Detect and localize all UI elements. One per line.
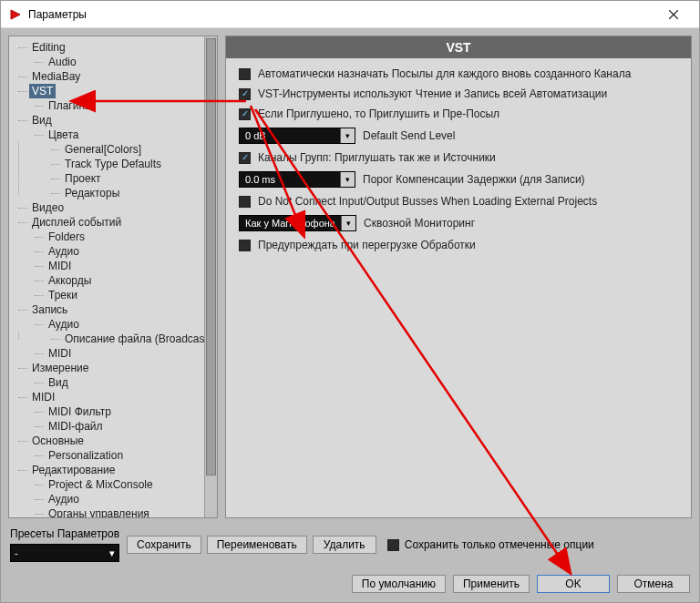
tree-item[interactable]: Folders — [31, 230, 215, 244]
app-logo-icon — [8, 7, 23, 22]
checkbox-vst-instruments[interactable] — [239, 88, 251, 100]
tree-item-label[interactable]: General[Colors] — [62, 142, 144, 157]
tree-item-label[interactable]: Редакторы — [62, 186, 122, 200]
tree-item[interactable]: Editing — [15, 40, 215, 55]
tree-item[interactable]: MIDI-файл — [31, 419, 215, 434]
tree-item-label[interactable]: Органы управления — [46, 506, 152, 518]
tree-item-label[interactable]: Вид — [46, 375, 71, 390]
ok-button[interactable]: OK — [537, 575, 610, 593]
tree-item-label[interactable]: Editing — [29, 40, 68, 55]
preset-save-button[interactable]: Сохранить — [127, 536, 201, 554]
tree-item[interactable]: Проект — [47, 171, 215, 186]
tree-item-label[interactable]: Track Type Defaults — [62, 157, 164, 171]
tree-item-label[interactable]: MediaBay — [29, 69, 83, 84]
tree-item-label[interactable]: Треки — [46, 288, 80, 302]
tree-scrollbar[interactable] — [204, 36, 217, 517]
tree-item-label[interactable]: Запись — [29, 302, 70, 317]
tree-item[interactable]: МIDI Фильтр — [31, 404, 215, 419]
checkbox-mute-presend[interactable] — [239, 108, 251, 120]
checkbox-save-marked-only[interactable] — [387, 539, 399, 551]
tree-item[interactable]: Плагины — [31, 98, 215, 113]
tree-item[interactable]: МIDI — [31, 259, 215, 273]
tree-item-label[interactable]: Аудио — [46, 244, 82, 259]
tree-item[interactable]: General[Colors] — [47, 142, 215, 157]
presets-select[interactable]: - ▾ — [10, 544, 119, 562]
tree-item[interactable]: Аккорды — [31, 273, 215, 288]
label-default-send-level: Default Send Level — [363, 129, 455, 142]
tree-item-label[interactable]: Плагины — [46, 98, 96, 113]
tree-item-label[interactable]: Audio — [46, 55, 79, 69]
tree-item[interactable]: Редакторы — [47, 186, 215, 200]
tree-item[interactable]: Измерение — [15, 361, 215, 375]
detail-pane: VST Автоматически назначать Посылы для к… — [225, 36, 692, 518]
combo-monitoring[interactable]: Как у Магнитофона ▾ — [239, 215, 356, 231]
tree-item[interactable]: Описание файла (Broadcast) — [47, 332, 215, 346]
tree-scrollbar-thumb[interactable] — [206, 38, 216, 475]
tree-item-label[interactable]: Дисплей событий — [29, 215, 124, 230]
tree-item[interactable]: Audio — [31, 55, 215, 69]
defaults-button[interactable]: По умолчанию — [352, 575, 446, 593]
tree-item-label[interactable]: МIDI Фильтр — [46, 404, 114, 419]
tree-item-label[interactable]: Проект — [62, 171, 104, 186]
tree-item[interactable]: VST — [15, 84, 215, 98]
tree-item[interactable]: Цвета — [31, 128, 215, 142]
titlebar: Параметры — [1, 1, 699, 28]
tree-item[interactable]: МIDI — [31, 346, 215, 361]
tree-item-label[interactable]: Аудио — [46, 317, 82, 332]
tree-item-label[interactable]: MIDI-файл — [46, 419, 106, 434]
cancel-button[interactable]: Отмена — [617, 575, 690, 593]
tree-item-label[interactable]: Folders — [46, 230, 88, 244]
tree-item-label[interactable]: Видео — [29, 200, 67, 215]
tree-item[interactable]: Основные — [15, 434, 215, 448]
category-tree[interactable]: EditingAudioMediaBayVSTПлагиныВидЦветаGe… — [8, 36, 218, 518]
tree-item-label[interactable]: Основные — [29, 434, 87, 448]
tree-item[interactable]: Project & MixConsole — [31, 477, 215, 492]
tree-item[interactable]: MediaBay — [15, 69, 215, 84]
combo-delay-comp[interactable]: 0.0 ms ▾ — [239, 171, 355, 188]
chevron-down-icon[interactable]: ▾ — [341, 216, 355, 230]
tree-item-label[interactable]: Project & MixConsole — [46, 477, 156, 492]
tree-item[interactable]: Треки — [31, 288, 215, 302]
apply-button[interactable]: Применить — [453, 575, 530, 593]
tree-item-label[interactable]: МIDI — [29, 390, 57, 404]
checkbox-group-channels[interactable] — [239, 152, 251, 164]
tree-item[interactable]: Track Type Defaults — [47, 157, 215, 171]
preset-rename-button[interactable]: Переименовать — [207, 536, 307, 554]
presets-label: Пресеты Параметров — [10, 527, 119, 540]
tree-item-label[interactable]: Измерение — [29, 361, 91, 375]
checkbox-no-connect-busses[interactable] — [239, 196, 251, 208]
tree-item-label[interactable]: МIDI — [46, 259, 74, 273]
chevron-down-icon[interactable]: ▾ — [340, 128, 355, 143]
checkbox-warn-overload[interactable] — [239, 240, 251, 251]
tree-item-label[interactable]: VST — [29, 84, 56, 98]
tree-item-label[interactable]: Описание файла (Broadcast) — [62, 332, 214, 346]
tree-item[interactable]: Аудио — [31, 244, 215, 259]
close-button[interactable] — [655, 2, 692, 27]
tree-item[interactable]: Аудио — [31, 317, 215, 332]
tree-item[interactable]: Органы управления — [31, 506, 215, 518]
tree-item-label[interactable]: Аудио — [46, 492, 82, 506]
tree-item[interactable]: Редактирование — [15, 463, 215, 477]
tree-item[interactable]: Вид — [31, 375, 215, 390]
label-no-connect-busses: Do Not Connect Input/Output Busses When … — [258, 195, 597, 208]
tree-item-label[interactable]: Аккорды — [46, 273, 94, 288]
preferences-window: Параметры EditingAudioMediaBayVSTПлагины… — [0, 0, 700, 603]
tree-item[interactable]: МIDI — [15, 390, 215, 404]
chevron-down-icon[interactable]: ▾ — [340, 172, 355, 187]
preset-delete-button[interactable]: Удалить — [313, 536, 376, 554]
tree-item[interactable]: Видео — [15, 200, 215, 215]
tree-item-label[interactable]: Вид — [29, 113, 55, 128]
tree-item[interactable]: Вид — [15, 113, 215, 128]
combo-default-send-level[interactable]: 0 dB ▾ — [239, 128, 355, 144]
tree-item-label[interactable]: Цвета — [46, 128, 81, 142]
tree-item[interactable]: Аудио — [31, 492, 215, 506]
tree-item-label[interactable]: МIDI — [46, 346, 74, 361]
checkbox-auto-sends[interactable] — [239, 68, 251, 80]
tree-item[interactable]: Personalization — [31, 448, 215, 463]
label-warn-overload: Предупреждать при перегрузке Обработки — [258, 239, 476, 251]
tree-item[interactable]: Дисплей событий — [15, 215, 215, 230]
chevron-down-icon: ▾ — [109, 547, 115, 559]
tree-item-label[interactable]: Редактирование — [29, 463, 118, 477]
tree-item[interactable]: Запись — [15, 302, 215, 317]
tree-item-label[interactable]: Personalization — [46, 448, 126, 463]
